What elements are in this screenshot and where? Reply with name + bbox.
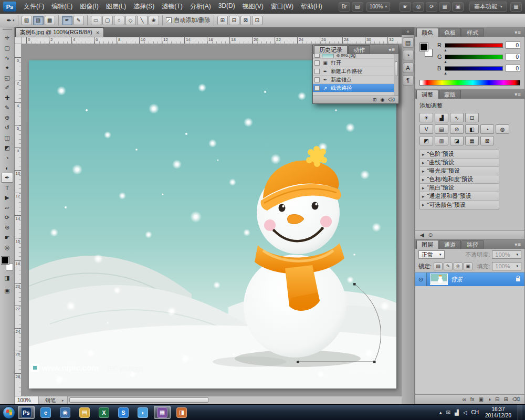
ruler-origin[interactable] <box>15 37 22 44</box>
history-footer-icon-new-snapshot[interactable]: ◉ <box>380 97 384 102</box>
adjustment-photo-filter[interactable]: ◔ <box>480 124 494 134</box>
adjustment-threshold[interactable]: ◪ <box>450 136 464 145</box>
menubar-icon-view-extras[interactable]: ▤ <box>352 2 363 12</box>
panel-tab-layers[interactable]: 图层 <box>416 240 438 249</box>
panel-menu-icon[interactable] <box>511 91 524 97</box>
opacity-select[interactable]: 100% <box>492 250 521 259</box>
panel-tab-actions[interactable]: 动作 <box>348 45 370 54</box>
menu-item-3d[interactable]: 3D(D) <box>215 0 239 14</box>
taskbar-item-folder[interactable]: ▤ <box>76 406 93 419</box>
channel-slider[interactable]: ▲ <box>445 43 503 48</box>
draw-mode-paths[interactable]: ▨ <box>33 16 44 25</box>
toolbar-extra-screen-mode[interactable]: ▣ <box>1 286 13 296</box>
menu-item-window[interactable]: 窗口(W) <box>267 0 297 14</box>
layer-row-background[interactable]: ⊙ 背景 <box>415 272 524 286</box>
channel-slider[interactable]: ▲ <box>445 55 503 59</box>
panel-icon-paragraph-panel[interactable]: ¶ <box>403 75 414 86</box>
panel-icon-character-panel[interactable]: A <box>403 62 414 73</box>
menu-item-select[interactable]: 选择(S) <box>130 0 158 14</box>
taskbar-item-image-viewer[interactable]: ▦ <box>154 406 171 419</box>
document-tab[interactable]: 案例6.jpg @ 100%(RGB/8#) × <box>15 27 104 37</box>
history-state-open[interactable]: ▣ 打开 <box>313 59 394 67</box>
panel-icon-info-panel[interactable]: ▤ <box>403 37 414 48</box>
history-source-checkbox[interactable] <box>314 60 320 66</box>
tool-dodge[interactable]: ◐ <box>1 163 13 173</box>
channel-slider[interactable]: ▲ <box>445 66 503 71</box>
panel-tab-masks[interactable]: 蒙版 <box>439 90 461 99</box>
adjustment-posterize[interactable]: ▥ <box>435 136 448 145</box>
shape-rounded-rectangle[interactable]: ▢ <box>102 16 113 25</box>
panel-tab-adjustments[interactable]: 调整 <box>416 90 438 99</box>
adjustment-preset[interactable]: “色相/饱和度”预设 <box>420 175 499 184</box>
panel-tab-channels[interactable]: 通道 <box>439 240 461 249</box>
auto-add-delete-checkbox[interactable] <box>166 17 172 23</box>
panel-menu-icon[interactable] <box>511 242 524 247</box>
toolbar-grip[interactable] <box>3 29 12 32</box>
adjustment-color-balance[interactable]: ⊘ <box>450 124 464 134</box>
adjustment-curves[interactable]: ∿ <box>450 113 464 122</box>
blend-mode-select[interactable]: 正常 <box>418 250 445 259</box>
menu-item-image[interactable]: 图像(I) <box>76 0 102 14</box>
taskbar-item-browser-s[interactable]: S <box>115 406 132 419</box>
taskbar-item-media-player[interactable]: ◉ <box>57 406 74 419</box>
layers-footer-icon-new-layer[interactable]: ⊞ <box>503 396 508 402</box>
history-state-new-anchor[interactable]: ✒ 新建锚点 <box>313 76 394 84</box>
layers-footer-icon-delete-layer[interactable]: ⌫ <box>512 396 520 402</box>
adjustments-footer-icon-switch-panel-view[interactable]: ◀ <box>420 232 424 238</box>
menu-item-analysis[interactable]: 分析(A) <box>186 0 215 14</box>
status-flyout-icon[interactable]: ▸ <box>62 398 67 403</box>
history-state-select-path[interactable]: ↗ 线选路径 <box>313 84 394 92</box>
scrollbar-thumb[interactable] <box>395 61 398 76</box>
adjustment-channel-mixer[interactable]: ◍ <box>496 124 509 134</box>
menubar-icon-bridge[interactable]: Br <box>339 2 350 12</box>
lock-button-lock-all[interactable]: ▣ <box>464 262 472 270</box>
adjustment-exposure[interactable]: ⊡ <box>465 113 479 122</box>
tool-crop[interactable]: ◱ <box>1 73 13 83</box>
tool-hand[interactable]: ☛ <box>1 233 13 243</box>
tray-icon-network[interactable]: ▟ <box>455 410 459 415</box>
adjustment-preset[interactable]: “曝光度”预设 <box>420 167 499 175</box>
tool-type[interactable]: T <box>1 183 13 193</box>
adjustment-preset[interactable]: “色阶”预设 <box>420 150 499 159</box>
taskbar-item-messenger[interactable]: ◗ <box>134 406 151 419</box>
panel-tab-swatches[interactable]: 色板 <box>439 28 461 37</box>
adjustment-preset[interactable]: “黑白”预设 <box>420 184 499 192</box>
history-snapshot-row[interactable]: 案例6.jpg <box>313 54 394 59</box>
history-scrollbar[interactable] <box>394 54 398 96</box>
history-footer-icon-delete-state[interactable]: ⌫ <box>388 97 395 102</box>
taskbar-clock[interactable]: 16:37 2014/12/20 <box>483 406 513 419</box>
adjustment-black-white[interactable]: ◧ <box>465 124 479 134</box>
lock-button-lock-pixels[interactable]: ✎ <box>444 262 453 270</box>
channel-value-field[interactable]: 0 <box>506 53 520 60</box>
panel-tab-color[interactable]: 颜色 <box>416 28 438 37</box>
adjustments-footer-icon-clip-to-layer[interactable]: ⊙ <box>428 232 433 238</box>
tool-eyedropper[interactable]: ✐ <box>1 83 13 93</box>
panel-color-swatches[interactable] <box>419 43 433 57</box>
tool-zoom[interactable]: ◎ <box>1 243 13 253</box>
tool-lasso[interactable]: ∿ <box>1 53 13 63</box>
fill-select[interactable]: 100% <box>492 262 521 270</box>
shape-ellipse[interactable]: ○ <box>114 16 124 25</box>
layers-footer-icon-new-adjustment-layer[interactable]: ◑ <box>488 396 491 402</box>
slider-thumb-icon[interactable]: ▲ <box>444 60 447 64</box>
pen-variant-pen[interactable]: ✒ <box>62 16 72 25</box>
shape-polygon[interactable]: ◇ <box>125 16 136 25</box>
tool-3d-orbit[interactable]: ⊛ <box>1 223 13 233</box>
show-desktop-button[interactable] <box>518 405 522 420</box>
panel-tab-paths[interactable]: 路径 <box>461 240 484 249</box>
history-source-checkbox[interactable] <box>314 77 320 82</box>
status-zoom-field[interactable]: 100% <box>15 396 39 404</box>
path-op-add-to-path[interactable]: ⊞ <box>217 16 228 25</box>
horizontal-scrollbar[interactable] <box>67 396 402 404</box>
tool-blur[interactable]: ◔ <box>1 153 13 163</box>
history-footer-icon-new-document-from-state[interactable]: ⊞ <box>373 97 377 102</box>
tool-clone-stamp[interactable]: ⊕ <box>1 113 13 123</box>
tray-icon-tray-expand[interactable]: ▴ <box>439 410 442 415</box>
close-icon[interactable]: × <box>96 29 99 36</box>
canvas-artwork[interactable]: www.nipic.com BY: younggg ID:20091121132… <box>29 60 396 388</box>
tool-path-selection[interactable]: ▶ <box>1 193 13 203</box>
panel-icon-histogram-panel[interactable]: ◔ <box>403 50 414 60</box>
layers-footer-icon-link-layers[interactable]: ∞ <box>463 396 466 402</box>
menu-item-help[interactable]: 帮助(H) <box>297 0 326 14</box>
adjustment-selective-color[interactable]: ⊠ <box>480 136 494 145</box>
